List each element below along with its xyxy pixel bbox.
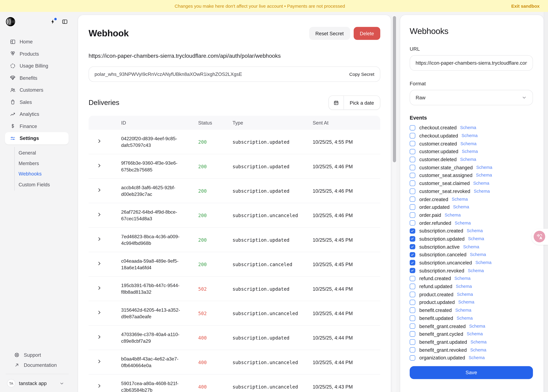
chevron-right-icon[interactable] — [97, 139, 102, 144]
reset-secret-button[interactable]: Reset Secret — [309, 27, 350, 40]
copy-secret-button[interactable]: Copy Secret — [349, 71, 374, 77]
chevron-right-icon[interactable] — [97, 285, 102, 291]
event-checkbox[interactable] — [410, 236, 415, 242]
event-schema-link[interactable]: Schema — [457, 292, 473, 297]
event-schema-link[interactable]: Schema — [469, 324, 485, 329]
event-schema-link[interactable]: Schema — [452, 197, 468, 202]
sidebar-item-analytics[interactable]: Analytics — [5, 108, 69, 120]
event-checkbox[interactable] — [410, 220, 415, 226]
sidebar-item-customers[interactable]: Customers — [5, 84, 69, 96]
event-schema-link[interactable]: Schema — [463, 245, 479, 249]
polar-logo-icon[interactable] — [6, 17, 15, 27]
event-checkbox[interactable] — [410, 204, 415, 210]
event-schema-link[interactable]: Schema — [470, 340, 487, 344]
event-checkbox[interactable] — [410, 331, 415, 337]
event-schema-link[interactable]: Schema — [468, 268, 484, 273]
event-schema-link[interactable]: Schema — [456, 284, 472, 289]
subnav-item-custom-fields[interactable]: Custom Fields — [15, 179, 77, 190]
event-schema-link[interactable]: Schema — [453, 205, 469, 210]
delivery-row[interactable]: 7ed46823-8bca-4c36-a009-4c994fbd968b200s… — [89, 227, 380, 252]
delivery-row[interactable]: accb4c8f-3af6-4625-92bf-d00eb239c7ac200s… — [89, 178, 380, 203]
subnav-item-members[interactable]: Members — [15, 158, 77, 168]
event-checkbox[interactable] — [410, 181, 415, 186]
format-select[interactable]: Raw — [410, 90, 533, 105]
chevron-right-icon[interactable] — [97, 163, 102, 168]
delivery-row[interactable]: 3156462d-6205-4e13-a352-d9e87aa0eafe502s… — [89, 301, 380, 325]
chevron-right-icon[interactable] — [97, 236, 102, 242]
calendar-icon[interactable] — [329, 96, 344, 109]
event-checkbox[interactable] — [410, 157, 415, 162]
delivery-row[interactable]: 04220f20-d839-4eef-9c85-dafc57097c43200s… — [89, 130, 380, 154]
event-checkbox[interactable] — [410, 315, 415, 321]
sidebar-item-products[interactable]: Products — [5, 48, 69, 60]
event-checkbox[interactable] — [410, 244, 415, 250]
event-checkbox[interactable] — [410, 133, 415, 138]
sidebar-item-settings[interactable]: Settings — [5, 132, 69, 144]
event-checkbox[interactable] — [410, 196, 415, 202]
save-button[interactable]: Save — [410, 366, 533, 379]
chevron-right-icon[interactable] — [97, 261, 102, 266]
chevron-right-icon[interactable] — [97, 310, 102, 315]
chevron-right-icon[interactable] — [97, 212, 102, 217]
sidebar-item-usage-billing[interactable]: Usage Billing — [5, 60, 69, 72]
event-checkbox[interactable] — [410, 300, 415, 305]
delivery-row[interactable]: 9f766b3e-9360-4f3e-93e6-675bc2b75685200s… — [89, 154, 380, 178]
url-input[interactable] — [416, 60, 527, 66]
chevron-right-icon[interactable] — [97, 383, 102, 389]
chevron-right-icon[interactable] — [97, 359, 102, 364]
event-checkbox[interactable] — [410, 276, 415, 281]
org-switcher[interactable]: TA tanstack app — [5, 377, 69, 389]
event-schema-link[interactable]: Schema — [455, 221, 471, 225]
sidebar-item-sales[interactable]: Sales — [5, 96, 69, 108]
delivery-row[interactable]: 4703369e-c378-40a4-a110-c89e8cbf7a29400s… — [89, 325, 380, 350]
event-schema-link[interactable]: Schema — [476, 173, 492, 178]
sidebar-item-support[interactable]: Support — [5, 350, 69, 360]
event-checkbox[interactable] — [410, 252, 415, 257]
event-schema-link[interactable]: Schema — [476, 165, 492, 170]
sidebar-toggle-icon[interactable] — [62, 19, 68, 25]
event-schema-link[interactable]: Schema — [457, 316, 473, 321]
event-schema-link[interactable]: Schema — [461, 133, 477, 138]
delete-button[interactable]: Delete — [353, 27, 380, 40]
main-scrollbar-thumb[interactable] — [393, 16, 396, 162]
sidebar-item-finance[interactable]: Finance — [5, 120, 69, 132]
events-lightning-icon[interactable] — [50, 19, 56, 25]
event-checkbox[interactable] — [410, 173, 415, 178]
event-schema-link[interactable]: Schema — [462, 149, 478, 154]
event-schema-link[interactable]: Schema — [470, 348, 486, 352]
event-checkbox[interactable] — [410, 260, 415, 265]
event-checkbox[interactable] — [410, 228, 415, 234]
event-schema-link[interactable]: Schema — [460, 125, 476, 130]
event-schema-link[interactable]: Schema — [455, 308, 471, 313]
sidebar-item-benefits[interactable]: Benefits — [5, 72, 69, 84]
event-schema-link[interactable]: Schema — [454, 276, 470, 281]
event-schema-link[interactable]: Schema — [473, 181, 489, 186]
chevron-right-icon[interactable] — [97, 334, 102, 340]
event-schema-link[interactable]: Schema — [475, 260, 491, 265]
event-checkbox[interactable] — [410, 292, 415, 297]
subnav-item-general[interactable]: General — [15, 147, 77, 158]
event-checkbox[interactable] — [410, 308, 415, 313]
event-checkbox[interactable] — [410, 347, 415, 353]
event-checkbox[interactable] — [410, 355, 415, 361]
event-schema-link[interactable]: Schema — [460, 157, 476, 162]
event-schema-link[interactable]: Schema — [474, 189, 490, 194]
event-schema-link[interactable]: Schema — [469, 355, 485, 360]
event-checkbox[interactable] — [410, 323, 415, 329]
delivery-row[interactable]: 26af7262-64bd-4f9d-8bce-67cec154d8a3200s… — [89, 203, 380, 227]
event-checkbox[interactable] — [410, 149, 415, 154]
delivery-row[interactable]: 59017cea-a80a-4608-b21f-c3b63584b27b400s… — [89, 374, 380, 392]
delivery-row[interactable]: c04eaada-59a8-489e-9ef5-18a6e14a6fd4200s… — [89, 252, 380, 276]
event-schema-link[interactable]: Schema — [468, 236, 484, 241]
event-checkbox[interactable] — [410, 339, 415, 345]
sidebar-item-home[interactable]: Home — [5, 36, 69, 48]
exit-sandbox-link[interactable]: Exit sandbox — [511, 3, 540, 9]
event-checkbox[interactable] — [410, 268, 415, 273]
event-schema-link[interactable]: Schema — [461, 141, 476, 146]
sidebar-item-documentation[interactable]: Documentation — [5, 360, 69, 370]
event-checkbox[interactable] — [410, 165, 415, 170]
translate-icon[interactable]: 中 A — [534, 231, 545, 242]
subnav-item-webhooks[interactable]: Webhooks — [15, 169, 77, 179]
event-schema-link[interactable]: Schema — [470, 252, 486, 257]
delivery-row[interactable]: b0aa4b8f-43ac-4e62-a3e7-0fb640664e0a400s… — [89, 350, 380, 374]
